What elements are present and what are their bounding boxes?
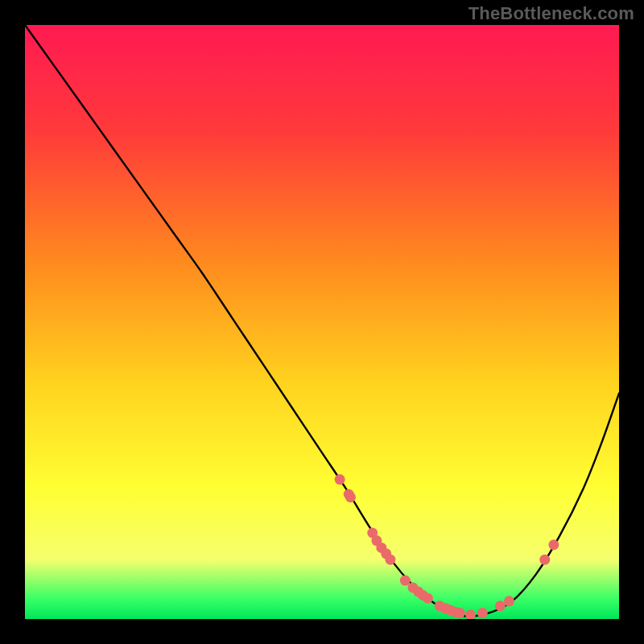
gradient-background — [25, 25, 619, 619]
data-marker — [539, 555, 550, 565]
data-marker — [548, 539, 559, 550]
watermark-text: TheBottleneck.com — [469, 3, 634, 24]
data-marker — [495, 601, 506, 611]
data-marker — [335, 474, 345, 485]
chart-svg — [25, 25, 619, 619]
data-marker — [385, 555, 395, 565]
chart-frame: TheBottleneck.com — [0, 0, 644, 644]
data-marker — [455, 608, 465, 618]
data-marker — [345, 492, 356, 502]
plot-area — [25, 25, 619, 619]
data-marker — [423, 593, 433, 604]
data-marker — [477, 608, 488, 618]
data-marker — [504, 596, 514, 606]
data-marker — [400, 576, 411, 586]
